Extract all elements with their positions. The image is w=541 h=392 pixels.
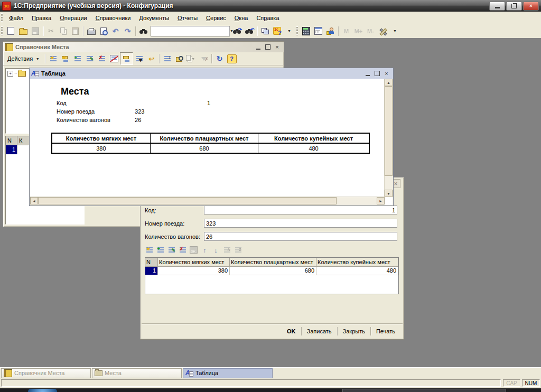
actions-button[interactable]: Действия ▼ bbox=[4, 54, 43, 63]
vertical-scroll-thumb[interactable] bbox=[385, 86, 393, 176]
form-table-row[interactable]: 1 380 680 480 bbox=[145, 267, 398, 275]
menu-item-help[interactable]: Справка bbox=[252, 13, 283, 23]
sort-az-button[interactable]: A bbox=[221, 245, 232, 255]
form-table-col-soft[interactable]: Количество мягких мест bbox=[158, 258, 230, 266]
write-button[interactable]: Записать bbox=[302, 326, 337, 336]
undo-button[interactable]: ↶ bbox=[109, 25, 122, 37]
menu-item-documents[interactable]: Документы bbox=[135, 13, 173, 23]
form-table-col-reserved[interactable]: Количество плацкартных мест bbox=[230, 258, 316, 266]
end-edit-button[interactable] bbox=[188, 245, 199, 255]
row-add-button[interactable]: ★ bbox=[144, 245, 155, 255]
windows-list-button[interactable] bbox=[259, 25, 271, 37]
menu-item-file[interactable]: Файл bbox=[5, 13, 27, 23]
menu-item-edit[interactable]: Правка bbox=[27, 13, 55, 23]
calculator-button[interactable] bbox=[300, 25, 312, 37]
form-field-code-input[interactable] bbox=[204, 206, 397, 214]
hierarchy-view-button[interactable] bbox=[120, 52, 133, 65]
form-table-col-n[interactable]: N bbox=[145, 258, 158, 266]
start-orb-sliver[interactable] bbox=[28, 389, 57, 392]
history-button[interactable]: ↩ bbox=[145, 53, 157, 64]
print-form-button[interactable]: Печать bbox=[371, 326, 400, 336]
edit-item-button[interactable]: ✎ bbox=[83, 53, 96, 64]
catalog-column-n[interactable]: N bbox=[6, 136, 17, 145]
form-row-soft-value[interactable]: 380 bbox=[158, 267, 230, 275]
print-button[interactable] bbox=[85, 25, 97, 37]
horizontal-scroll-thumb[interactable] bbox=[38, 197, 337, 204]
report-maximize-button[interactable] bbox=[373, 70, 381, 77]
row-edit-button[interactable]: ✎ bbox=[166, 245, 177, 255]
find-previous-button[interactable]: ↶ bbox=[243, 25, 255, 37]
tools-button[interactable] bbox=[377, 25, 389, 37]
close-button[interactable]: × bbox=[523, 2, 539, 11]
scroll-down-button[interactable]: ▼ bbox=[385, 190, 393, 197]
move-item-button[interactable]: ▶ bbox=[133, 53, 145, 64]
scroll-up-button[interactable]: ▲ bbox=[385, 79, 393, 86]
menu-item-service[interactable]: Сервис bbox=[202, 13, 230, 23]
form-field-train-input[interactable] bbox=[204, 219, 397, 228]
memory-minus-button[interactable]: M- bbox=[365, 25, 377, 37]
restore-button[interactable] bbox=[506, 2, 522, 11]
catalog-maximize-button[interactable] bbox=[264, 43, 272, 51]
form-table[interactable]: N Количество мягких мест Количество плац… bbox=[145, 257, 399, 294]
menubar-grip[interactable] bbox=[1, 13, 3, 22]
calendar-button[interactable] bbox=[312, 25, 324, 37]
new-document-button[interactable] bbox=[5, 25, 17, 37]
copy-button[interactable] bbox=[57, 25, 69, 37]
copy-dropdown-button[interactable]: ▼ bbox=[185, 53, 198, 64]
sort-button[interactable]: ↕ bbox=[161, 53, 173, 64]
user-access-button[interactable] bbox=[324, 25, 337, 37]
tab-form[interactable]: Места bbox=[92, 368, 182, 378]
sort-za-button[interactable]: Z bbox=[232, 245, 244, 255]
taskbar-item-sliver[interactable] bbox=[342, 389, 506, 392]
menu-item-catalogs[interactable]: Справочники bbox=[91, 13, 135, 23]
menu-item-operations[interactable]: Операции bbox=[55, 13, 91, 23]
find-button[interactable] bbox=[137, 25, 150, 37]
toolbar-grip[interactable] bbox=[1, 26, 3, 35]
new-item-button[interactable]: ★ bbox=[47, 53, 59, 64]
catalog-close-button[interactable]: × bbox=[273, 43, 281, 51]
move-up-button[interactable]: ↑ bbox=[199, 245, 210, 255]
scroll-left-button[interactable]: ◄ bbox=[30, 197, 38, 204]
memory-plus-button[interactable]: M+ bbox=[352, 25, 365, 37]
print-preview-button[interactable] bbox=[97, 25, 109, 37]
memory-button[interactable]: M bbox=[340, 25, 352, 37]
save-button[interactable] bbox=[29, 25, 41, 37]
toolbar-grip-2[interactable] bbox=[296, 26, 298, 35]
tree-expand-icon[interactable]: + bbox=[7, 71, 13, 77]
select-button[interactable] bbox=[173, 53, 185, 64]
cut-button[interactable]: ✂ bbox=[45, 25, 57, 37]
row-copy-button[interactable]: + bbox=[155, 245, 166, 255]
toolbar-options-dropdown[interactable]: ▼ bbox=[283, 25, 295, 37]
tab-catalog[interactable]: Справочник Места bbox=[1, 368, 91, 378]
form-field-wagons-input[interactable] bbox=[204, 232, 397, 241]
form-row-reserved-value[interactable]: 680 bbox=[230, 267, 316, 275]
copy-item-button[interactable]: + bbox=[71, 53, 83, 64]
ok-button[interactable]: OK bbox=[282, 326, 301, 336]
search-input[interactable] bbox=[151, 26, 229, 36]
menu-item-reports[interactable]: Отчеты bbox=[173, 13, 202, 23]
scroll-right-button[interactable]: ► bbox=[377, 197, 385, 204]
open-button[interactable] bbox=[17, 25, 29, 37]
report-document[interactable]: Места Код 1 Номер поезда 323 Количество … bbox=[30, 79, 385, 197]
vertical-scrollbar[interactable]: ▲ ▼ bbox=[384, 79, 393, 197]
horizontal-scrollbar[interactable]: ◄ ► bbox=[30, 197, 385, 205]
new-group-button[interactable]: ★ bbox=[59, 53, 71, 64]
report-minimize-button[interactable] bbox=[363, 70, 371, 77]
row-delete-button[interactable]: ✗ bbox=[177, 245, 188, 255]
catalog-minimize-button[interactable] bbox=[254, 43, 262, 51]
tab-report[interactable]: Таблица bbox=[183, 368, 273, 378]
minimize-button[interactable] bbox=[489, 2, 505, 11]
help-button[interactable]: ? bbox=[226, 53, 238, 64]
report-close-button[interactable]: × bbox=[383, 70, 390, 77]
form-row-coupe-value[interactable]: 480 bbox=[316, 267, 398, 275]
report-titlebar[interactable]: Таблица × bbox=[30, 68, 393, 79]
1c-help-button[interactable] bbox=[271, 25, 283, 37]
menu-item-windows[interactable]: Окна bbox=[230, 13, 253, 23]
close-form-button[interactable]: Закрыть bbox=[338, 326, 370, 336]
move-down-button[interactable]: ↓ bbox=[210, 245, 221, 255]
filter-off-button[interactable]: ✗ bbox=[198, 53, 210, 64]
toolbar-options-dropdown-2[interactable]: ▼ bbox=[389, 25, 401, 37]
redo-button[interactable]: ↷ bbox=[122, 25, 134, 37]
paste-button[interactable] bbox=[69, 25, 81, 37]
form-table-col-coupe[interactable]: Количество купейных мест bbox=[316, 258, 398, 266]
